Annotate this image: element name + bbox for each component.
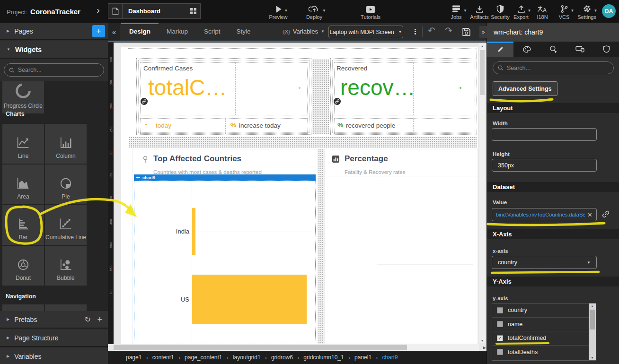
- scroll-right-icon[interactable]: ▶: [483, 346, 486, 350]
- canvas-horizontal-scrollbar[interactable]: [114, 344, 479, 351]
- tab-events[interactable]: [540, 42, 566, 57]
- checkbox-checked-icon[interactable]: ✓: [497, 335, 503, 341]
- refresh-icon[interactable]: ↻: [85, 315, 91, 324]
- editor-tab-design[interactable]: Design: [121, 23, 159, 41]
- breadcrumb-item-gridcolumn10_1[interactable]: gridcolumn10_1: [303, 354, 344, 361]
- vcs-button[interactable]: ▼ VCS: [555, 2, 574, 20]
- widget-tile-pie[interactable]: Pie: [45, 165, 87, 204]
- widget-tile-cumulative-line[interactable]: Cumulative Line: [45, 205, 87, 245]
- width-input[interactable]: [492, 128, 597, 141]
- widget-tile-donut[interactable]: Donut: [2, 246, 44, 286]
- artifacts-button[interactable]: Artifacts: [468, 2, 491, 20]
- page-tab-dashboard[interactable]: Dashboard: [108, 3, 201, 19]
- widget-tile-partial[interactable]: [45, 304, 87, 311]
- project-chevron-icon[interactable]: ›: [97, 4, 100, 16]
- checkbox-unchecked-icon[interactable]: [497, 307, 503, 313]
- breadcrumb-item-panel1[interactable]: panel1: [354, 354, 371, 361]
- xaxis-select[interactable]: country ▼: [492, 256, 597, 269]
- tab-devices[interactable]: [566, 42, 593, 57]
- more-options-icon[interactable]: ⋮: [412, 23, 419, 41]
- device-preview-select[interactable]: Laptop with MDPI Screen ▼: [328, 26, 403, 38]
- breadcrumb-item-page_content1[interactable]: page_content1: [185, 354, 222, 361]
- sidebar-section-pages[interactable]: ▶ Pages +: [0, 23, 108, 40]
- widget-tile-column[interactable]: Column: [45, 124, 87, 164]
- height-input[interactable]: [492, 159, 597, 172]
- sidebar-section-widgets[interactable]: ▼ Widgets: [0, 41, 108, 59]
- selected-widget-bar[interactable]: chart9: [134, 174, 316, 181]
- widget-tile-progress-circle[interactable]: Progress Circle: [2, 81, 44, 113]
- tab-styles[interactable]: [513, 42, 540, 57]
- yaxis-option-country[interactable]: country: [492, 303, 596, 318]
- yaxis-option-name[interactable]: name: [492, 318, 596, 332]
- widget-tile-line[interactable]: Line: [2, 124, 44, 164]
- security-button[interactable]: Security: [489, 2, 511, 20]
- collapse-sidebar-button[interactable]: «: [108, 23, 120, 41]
- widget-tile-bubble[interactable]: Bubble: [45, 246, 87, 286]
- breadcrumb-item-chart9[interactable]: chart9: [382, 354, 398, 361]
- editor-tab-script[interactable]: Script: [196, 23, 229, 41]
- pages-grid-icon[interactable]: [186, 8, 200, 14]
- settings-button[interactable]: ▼ Settings: [575, 2, 599, 20]
- scrollbar-thumb[interactable]: [590, 310, 595, 329]
- widget-tile-bar[interactable]: Bar: [2, 205, 44, 245]
- chevron-down-icon: ▼: [398, 30, 402, 34]
- listbox-scrollbar[interactable]: ▲ ▼: [589, 303, 596, 360]
- sidebar-section-page-structure[interactable]: ▶ Page Structure: [0, 329, 108, 347]
- yaxis-option-totalconfirmed[interactable]: ✓totalConfirmed: [492, 331, 596, 346]
- tutorials-button[interactable]: Tutorials: [356, 2, 385, 20]
- recovered-total-binding[interactable]: recov…: [340, 76, 415, 100]
- sidebar-section-variables[interactable]: ▶ Variables: [0, 348, 108, 364]
- confirmed-cases-card[interactable]: Confirmed Cases totalC… ↑ today % increa…: [136, 58, 311, 135]
- widget-tile-area[interactable]: Area: [2, 165, 44, 204]
- recovered-card[interactable]: Recovered recov… % recovered people: [330, 58, 477, 135]
- undo-icon[interactable]: ↶: [428, 25, 435, 36]
- i18n-button[interactable]: A I18N: [533, 2, 552, 20]
- scroll-down-icon[interactable]: ▼: [479, 339, 486, 342]
- jobs-button[interactable]: ▼ Jobs: [447, 2, 466, 20]
- checkbox-unchecked-icon[interactable]: [497, 321, 503, 327]
- redo-icon[interactable]: ↷: [445, 25, 452, 36]
- bind-chain-icon[interactable]: [602, 210, 610, 220]
- canvas-vertical-scrollbar[interactable]: ▲ ▼: [479, 43, 486, 343]
- save-icon[interactable]: [462, 27, 471, 38]
- tab-properties[interactable]: [487, 42, 513, 57]
- widget-tile-partial[interactable]: [2, 304, 44, 311]
- yaxis-option-totaldeaths[interactable]: totalDeaths: [492, 346, 596, 360]
- preview-button[interactable]: ▼ Preview: [264, 2, 292, 20]
- tab-security[interactable]: [593, 42, 619, 57]
- expand-panel-button[interactable]: »: [479, 26, 487, 38]
- scrollbar-thumb[interactable]: [480, 50, 485, 95]
- clear-binding-icon[interactable]: ✕: [587, 211, 592, 218]
- scroll-up-icon[interactable]: ▲: [479, 44, 486, 48]
- advanced-settings-button[interactable]: Advanced Settings: [493, 81, 557, 96]
- top-countries-panel[interactable]: Top Affected Countries Countries with mo…: [133, 149, 318, 344]
- bar-us[interactable]: [192, 275, 307, 324]
- confirmed-total-binding[interactable]: totalC…: [148, 76, 227, 100]
- add-page-button[interactable]: +: [92, 25, 105, 37]
- breadcrumb-item-content1[interactable]: content1: [152, 354, 174, 361]
- bind-link-icon[interactable]: [334, 98, 341, 107]
- deploy-button[interactable]: ▼ Deploy: [300, 2, 328, 20]
- breadcrumb-item-layoutgrid1[interactable]: layoutgrid1: [233, 354, 261, 361]
- breadcrumb-item-gridrow6[interactable]: gridrow6: [271, 354, 293, 361]
- editor-tab-markup[interactable]: Markup: [159, 23, 196, 41]
- widget-search-input[interactable]: [18, 67, 99, 73]
- bar-india[interactable]: [192, 208, 195, 255]
- export-button[interactable]: ▼ Export: [511, 2, 531, 20]
- bind-link-icon[interactable]: [141, 98, 148, 107]
- scrollbar-thumb[interactable]: [114, 345, 407, 350]
- add-prefab-icon[interactable]: +: [97, 315, 102, 325]
- checkbox-unchecked-icon[interactable]: [497, 349, 503, 355]
- user-avatar[interactable]: DA: [602, 4, 616, 18]
- scroll-down-icon[interactable]: ▼: [589, 356, 596, 359]
- bar-chart-widget[interactable]: IndiaUS: [134, 181, 316, 343]
- scroll-up-icon[interactable]: ▲: [589, 304, 596, 308]
- properties-search-input[interactable]: [507, 65, 609, 71]
- editor-tab-style[interactable]: Style: [229, 23, 259, 41]
- variables-menu[interactable]: {X} Variables ▼: [283, 23, 325, 41]
- breadcrumb-item-page1[interactable]: page1: [126, 354, 141, 361]
- dataset-value-input[interactable]: bind:Variables.mvTopCountries.dataSe ✕: [492, 208, 597, 221]
- left-sidebar: ▶ Pages + ▼ Widgets Progress Circle Char…: [0, 23, 108, 364]
- sidebar-section-prefabs[interactable]: ▶ Prefabs ↻ +: [0, 311, 108, 329]
- percentage-panel[interactable]: Percentage Fatality & Recovery rates: [324, 149, 478, 344]
